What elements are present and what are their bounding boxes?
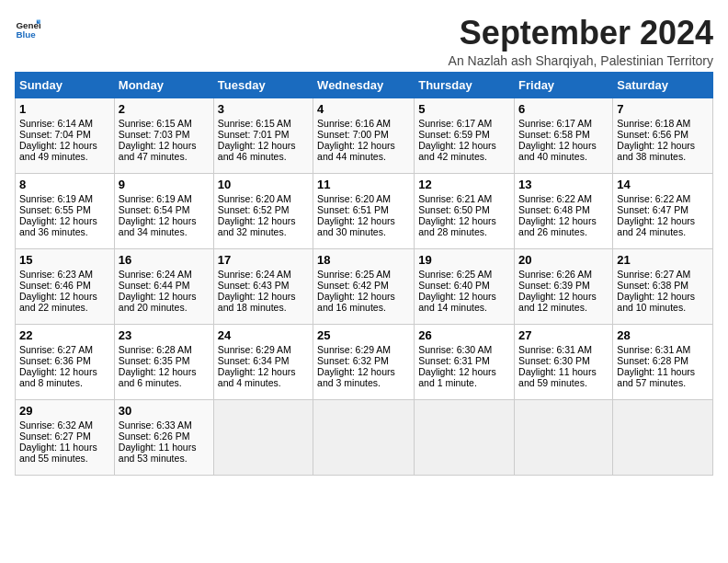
col-sunday: Sunday <box>16 72 115 98</box>
sunset-label: Sunset: 6:31 PM <box>418 355 490 366</box>
day-number: 16 <box>119 253 210 267</box>
sunset-label: Sunset: 6:30 PM <box>518 355 590 366</box>
day-number: 1 <box>19 102 110 116</box>
subtitle: An Nazlah ash Sharqiyah, Palestinian Ter… <box>449 53 713 68</box>
day-cell: 29 Sunrise: 6:32 AM Sunset: 6:27 PM Dayl… <box>16 399 115 475</box>
sunset-label: Sunset: 6:46 PM <box>19 280 91 291</box>
daylight-label: Daylight: 12 hours and 1 minute. <box>418 366 496 388</box>
sunset-label: Sunset: 6:52 PM <box>218 204 290 215</box>
daylight-label: Daylight: 12 hours and 6 minutes. <box>119 366 197 388</box>
sunrise-label: Sunrise: 6:20 AM <box>317 193 391 204</box>
calendar-row: 8 Sunrise: 6:19 AM Sunset: 6:55 PM Dayli… <box>16 173 713 248</box>
sunrise-label: Sunrise: 6:22 AM <box>617 193 690 204</box>
daylight-label: Daylight: 12 hours and 16 minutes. <box>317 291 395 313</box>
sunrise-label: Sunrise: 6:26 AM <box>518 269 592 280</box>
day-number: 2 <box>119 102 210 116</box>
sunrise-label: Sunrise: 6:18 AM <box>617 118 690 129</box>
day-number: 4 <box>317 102 410 116</box>
sunrise-label: Sunrise: 6:17 AM <box>518 118 592 129</box>
daylight-label: Daylight: 12 hours and 18 minutes. <box>218 291 296 313</box>
day-number: 3 <box>218 102 309 116</box>
day-number: 14 <box>617 178 709 191</box>
sunset-label: Sunset: 6:34 PM <box>218 355 290 366</box>
day-number: 18 <box>317 253 410 267</box>
day-cell: 2 Sunrise: 6:15 AM Sunset: 7:03 PM Dayli… <box>114 98 213 173</box>
day-cell: 13 Sunrise: 6:22 AM Sunset: 6:48 PM Dayl… <box>515 173 613 248</box>
sunrise-label: Sunrise: 6:27 AM <box>617 269 690 280</box>
calendar-row: 22 Sunrise: 6:27 AM Sunset: 6:36 PM Dayl… <box>16 324 713 399</box>
day-cell: 22 Sunrise: 6:27 AM Sunset: 6:36 PM Dayl… <box>16 324 115 399</box>
calendar-row: 29 Sunrise: 6:32 AM Sunset: 6:27 PM Dayl… <box>16 399 713 475</box>
day-cell: 23 Sunrise: 6:28 AM Sunset: 6:35 PM Dayl… <box>114 324 213 399</box>
daylight-label: Daylight: 12 hours and 32 minutes. <box>218 215 296 237</box>
day-cell: 6 Sunrise: 6:17 AM Sunset: 6:58 PM Dayli… <box>515 98 613 173</box>
sunrise-label: Sunrise: 6:31 AM <box>518 344 592 355</box>
calendar-row: 15 Sunrise: 6:23 AM Sunset: 6:46 PM Dayl… <box>16 248 713 324</box>
daylight-label: Daylight: 12 hours and 4 minutes. <box>218 366 296 388</box>
day-cell: 1 Sunrise: 6:14 AM Sunset: 7:04 PM Dayli… <box>16 98 115 173</box>
sunrise-label: Sunrise: 6:27 AM <box>19 344 93 355</box>
logo: General Blue <box>15 15 40 40</box>
day-cell: 7 Sunrise: 6:18 AM Sunset: 6:56 PM Dayli… <box>613 98 713 173</box>
day-number: 29 <box>19 404 110 418</box>
daylight-label: Daylight: 11 hours and 57 minutes. <box>617 366 695 388</box>
day-cell: 24 Sunrise: 6:29 AM Sunset: 6:34 PM Dayl… <box>213 324 313 399</box>
sunset-label: Sunset: 6:50 PM <box>418 204 490 215</box>
sunrise-label: Sunrise: 6:15 AM <box>218 118 291 129</box>
day-number: 24 <box>218 328 309 342</box>
daylight-label: Daylight: 12 hours and 28 minutes. <box>418 215 496 237</box>
sunrise-label: Sunrise: 6:32 AM <box>19 419 93 431</box>
daylight-label: Daylight: 12 hours and 24 minutes. <box>617 215 695 237</box>
day-number: 9 <box>119 178 210 191</box>
day-number: 13 <box>518 178 609 191</box>
empty-cell <box>415 399 515 475</box>
sunset-label: Sunset: 6:40 PM <box>418 280 490 291</box>
sunset-label: Sunset: 6:38 PM <box>617 280 688 291</box>
day-number: 21 <box>617 253 709 267</box>
daylight-label: Daylight: 12 hours and 14 minutes. <box>418 291 496 313</box>
day-cell: 21 Sunrise: 6:27 AM Sunset: 6:38 PM Dayl… <box>613 248 713 324</box>
day-cell: 17 Sunrise: 6:24 AM Sunset: 6:43 PM Dayl… <box>213 248 313 324</box>
day-number: 20 <box>518 253 609 267</box>
logo-icon: General Blue <box>15 15 40 40</box>
sunrise-label: Sunrise: 6:31 AM <box>617 344 690 355</box>
daylight-label: Daylight: 12 hours and 49 minutes. <box>19 140 97 162</box>
sunrise-label: Sunrise: 6:30 AM <box>418 344 492 355</box>
day-cell: 19 Sunrise: 6:25 AM Sunset: 6:40 PM Dayl… <box>415 248 515 324</box>
sunset-label: Sunset: 6:51 PM <box>317 204 389 215</box>
sunrise-label: Sunrise: 6:28 AM <box>119 344 192 355</box>
sunrise-label: Sunrise: 6:16 AM <box>317 118 391 129</box>
sunset-label: Sunset: 7:00 PM <box>317 129 389 140</box>
sunset-label: Sunset: 7:03 PM <box>119 129 190 140</box>
sunset-label: Sunset: 6:59 PM <box>418 129 490 140</box>
daylight-label: Daylight: 12 hours and 22 minutes. <box>19 291 97 313</box>
sunset-label: Sunset: 6:39 PM <box>518 280 590 291</box>
sunrise-label: Sunrise: 6:22 AM <box>518 193 592 204</box>
sunset-label: Sunset: 7:04 PM <box>19 129 91 140</box>
sunrise-label: Sunrise: 6:24 AM <box>218 269 291 280</box>
sunset-label: Sunset: 6:36 PM <box>19 355 91 366</box>
day-number: 7 <box>617 102 709 116</box>
day-cell: 9 Sunrise: 6:19 AM Sunset: 6:54 PM Dayli… <box>114 173 213 248</box>
sunrise-label: Sunrise: 6:14 AM <box>19 118 93 129</box>
sunset-label: Sunset: 6:27 PM <box>19 431 91 442</box>
day-number: 30 <box>119 404 210 418</box>
day-cell: 16 Sunrise: 6:24 AM Sunset: 6:44 PM Dayl… <box>114 248 213 324</box>
day-cell: 3 Sunrise: 6:15 AM Sunset: 7:01 PM Dayli… <box>213 98 313 173</box>
sunset-label: Sunset: 6:54 PM <box>119 204 190 215</box>
day-cell: 25 Sunrise: 6:29 AM Sunset: 6:32 PM Dayl… <box>313 324 415 399</box>
calendar-row: 1 Sunrise: 6:14 AM Sunset: 7:04 PM Dayli… <box>16 98 713 173</box>
sunrise-label: Sunrise: 6:29 AM <box>218 344 291 355</box>
sunset-label: Sunset: 6:58 PM <box>518 129 590 140</box>
sunset-label: Sunset: 6:26 PM <box>119 431 190 442</box>
day-cell: 10 Sunrise: 6:20 AM Sunset: 6:52 PM Dayl… <box>213 173 313 248</box>
daylight-label: Daylight: 11 hours and 53 minutes. <box>119 442 197 464</box>
day-cell: 15 Sunrise: 6:23 AM Sunset: 6:46 PM Dayl… <box>16 248 115 324</box>
day-number: 27 <box>518 328 609 342</box>
daylight-label: Daylight: 12 hours and 8 minutes. <box>19 366 97 388</box>
sunrise-label: Sunrise: 6:21 AM <box>418 193 492 204</box>
empty-cell <box>213 399 313 475</box>
calendar-table: Sunday Monday Tuesday Wednesday Thursday… <box>15 72 713 476</box>
daylight-label: Daylight: 12 hours and 3 minutes. <box>317 366 395 388</box>
header: General Blue September 2024 An Nazlah as… <box>15 15 713 68</box>
